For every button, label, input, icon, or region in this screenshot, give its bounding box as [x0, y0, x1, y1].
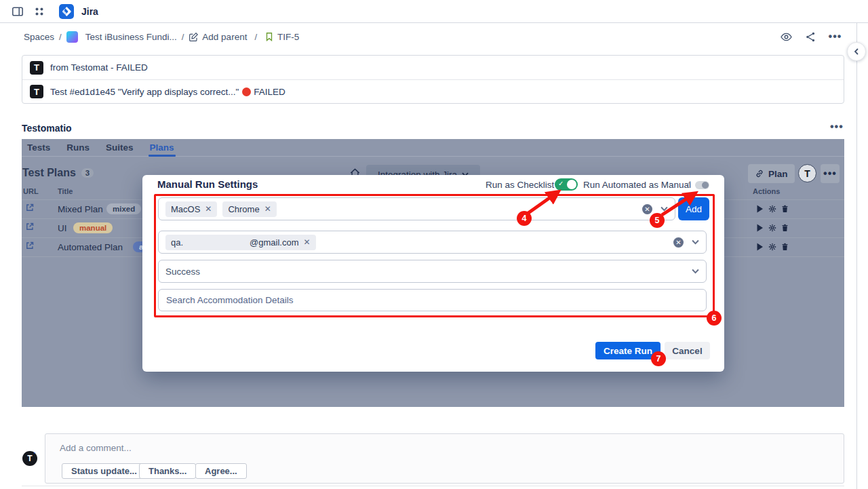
modal-title: Manual Run Settings: [157, 178, 258, 190]
app-switcher-icon[interactable]: [30, 2, 49, 21]
testomat-icon: T: [30, 61, 43, 75]
clear-select-icon[interactable]: ✕: [642, 204, 652, 214]
column-header-url: URL: [23, 187, 39, 195]
add-environment-button[interactable]: Add: [678, 197, 709, 220]
share-icon[interactable]: [800, 27, 822, 46]
env-tag-chrome: Chrome✕: [222, 201, 276, 217]
quick-reply-agree[interactable]: Agree...: [195, 463, 247, 479]
collapse-panel-button[interactable]: [847, 42, 866, 61]
chevron-down-icon[interactable]: [692, 269, 699, 274]
column-header-actions: Actions: [753, 187, 780, 195]
run-play-icon[interactable]: [756, 243, 764, 251]
row-settings-gear-icon[interactable]: [768, 205, 776, 213]
plan-badge: mixed: [106, 203, 141, 214]
run-as-checklist-toggle[interactable]: ✓: [555, 178, 578, 191]
plugin-section-title: Testomatio: [22, 123, 72, 134]
row-settings-gear-icon[interactable]: [768, 243, 776, 251]
testomat-avatar[interactable]: T: [798, 164, 816, 182]
run-automated-label: Run Automated as Manual: [583, 180, 691, 190]
cancel-button[interactable]: Cancel: [665, 342, 710, 359]
comment-box[interactable]: Add a comment... Status update... Thanks…: [45, 433, 844, 484]
env-tag-macos: MacOS✕: [165, 201, 217, 217]
top-navigation-bar: Jira: [0, 0, 868, 23]
quick-reply-thanks[interactable]: Thanks...: [139, 463, 196, 479]
environment-multiselect[interactable]: MacOS✕ Chrome✕ ✕: [158, 197, 675, 220]
chevron-down-icon[interactable]: [692, 239, 699, 245]
external-link-icon[interactable]: [25, 222, 35, 234]
tab-plans[interactable]: Plans: [150, 139, 174, 157]
run-as-checklist-label: Run as Checklist: [486, 180, 554, 190]
app-title: Jira: [81, 6, 98, 17]
sidebar-toggle-icon[interactable]: [8, 2, 27, 21]
test-result-row[interactable]: T Test #ed1d1e45 "Verify app displays co…: [22, 79, 844, 103]
manual-run-settings-modal: Manual Run Settings Run as Checklist ✓ R…: [142, 175, 724, 372]
project-icon: [66, 31, 78, 43]
annotation-step-7: 7: [651, 351, 666, 366]
testomat-icon: T: [30, 85, 43, 98]
plans-more-icon[interactable]: •••: [821, 164, 840, 183]
external-link-icon[interactable]: [25, 241, 35, 253]
chevron-left-icon: [853, 48, 860, 55]
delete-trash-icon[interactable]: [781, 205, 789, 213]
redacted-email: [188, 239, 245, 246]
run-play-icon[interactable]: [756, 205, 764, 213]
annotation-step-6: 6: [707, 311, 722, 326]
jira-page: Jira Create Add payment details T' Space…: [0, 0, 868, 489]
tab-suites[interactable]: Suites: [106, 139, 134, 157]
link-icon: [755, 169, 764, 178]
plugin-tabs: Tests Runs Suites Plans: [22, 139, 844, 157]
delete-trash-icon[interactable]: [781, 224, 789, 232]
assignee-multiselect[interactable]: qa.@gmail.com✕ ✕: [158, 231, 707, 254]
tab-tests[interactable]: Tests: [27, 139, 50, 157]
test-plans-heading: Test Plans 3: [22, 167, 94, 179]
breadcrumb-spaces[interactable]: Spaces: [24, 32, 54, 42]
run-automated-toggle[interactable]: [695, 181, 709, 189]
annotation-step-5: 5: [650, 213, 665, 228]
edit-pencil-icon: [189, 32, 199, 42]
linked-test-results: T from Testomat - FAILED T Test #ed1d1e4…: [22, 55, 844, 104]
comment-avatar: T': [22, 451, 37, 466]
remove-tag-icon[interactable]: ✕: [264, 204, 271, 214]
status-select[interactable]: Success: [158, 260, 707, 283]
external-link-icon[interactable]: [25, 203, 35, 215]
run-title-input[interactable]: [158, 289, 707, 311]
plans-count-badge: 3: [81, 168, 94, 178]
breadcrumb-issue[interactable]: TIF-5: [264, 32, 299, 42]
delete-trash-icon[interactable]: [781, 243, 789, 251]
check-icon: ✓: [686, 179, 692, 188]
tab-runs[interactable]: Runs: [66, 139, 90, 157]
annotation-step-4: 4: [517, 211, 532, 226]
failed-dot-icon: [242, 87, 251, 96]
plan-link-button[interactable]: Plan: [748, 164, 795, 183]
add-parent-button[interactable]: Add parent: [189, 32, 247, 42]
row-settings-gear-icon[interactable]: [768, 224, 776, 232]
page-more-icon[interactable]: •••: [824, 27, 846, 46]
bookmark-icon: [264, 32, 274, 41]
clear-select-icon[interactable]: ✕: [673, 237, 684, 248]
chevron-down-icon[interactable]: [660, 206, 668, 212]
plugin-more-icon[interactable]: •••: [830, 121, 844, 133]
remove-tag-icon[interactable]: ✕: [304, 237, 311, 247]
watch-eye-icon[interactable]: [775, 27, 797, 46]
run-play-icon[interactable]: [756, 224, 764, 232]
comment-placeholder[interactable]: Add a comment...: [60, 443, 132, 453]
panel-divider: [856, 23, 857, 489]
jira-logo-icon[interactable]: [57, 2, 76, 21]
breadcrumb: Spaces / Test iBusiness Fundi... / Add p…: [22, 27, 844, 46]
assignee-tag: qa.@gmail.com✕: [165, 235, 316, 250]
remove-tag-icon[interactable]: ✕: [205, 204, 212, 214]
quick-reply-status[interactable]: Status update...: [62, 463, 146, 479]
bottom-divider: [22, 486, 844, 486]
column-header-title: Title: [58, 187, 73, 195]
breadcrumb-project[interactable]: Test iBusiness Fundi...: [66, 31, 177, 43]
plan-badge: manual: [73, 222, 113, 233]
test-result-row[interactable]: T from Testomat - FAILED: [22, 56, 844, 79]
